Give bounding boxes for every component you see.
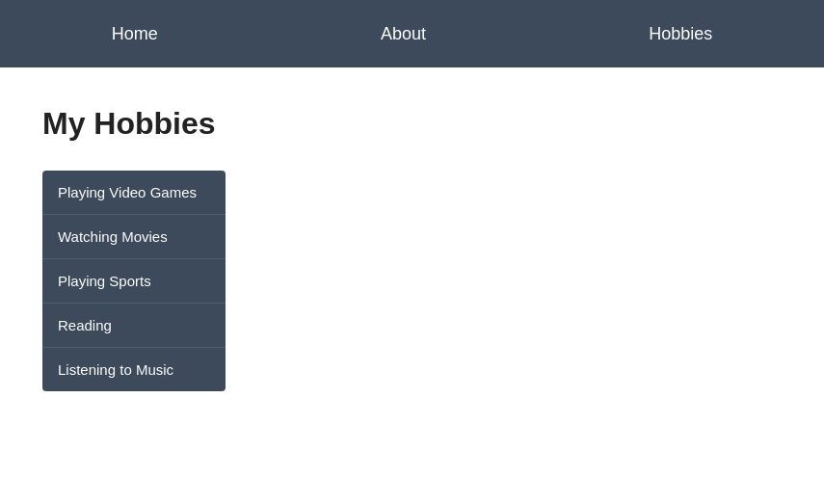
nav-home[interactable]: Home	[93, 14, 177, 54]
hobby-item[interactable]: Playing Video Games	[42, 171, 226, 215]
page-title: My Hobbies	[42, 106, 782, 142]
navigation: Home About Hobbies	[0, 0, 824, 67]
hobby-item[interactable]: Playing Sports	[42, 259, 226, 304]
hobby-item[interactable]: Reading	[42, 304, 226, 348]
nav-hobbies[interactable]: Hobbies	[629, 14, 731, 54]
hobby-item[interactable]: Listening to Music	[42, 348, 226, 391]
hobbies-list: Playing Video GamesWatching MoviesPlayin…	[42, 171, 226, 391]
main-content: My Hobbies Playing Video GamesWatching M…	[0, 67, 824, 430]
nav-about[interactable]: About	[361, 14, 445, 54]
hobby-item[interactable]: Watching Movies	[42, 215, 226, 259]
